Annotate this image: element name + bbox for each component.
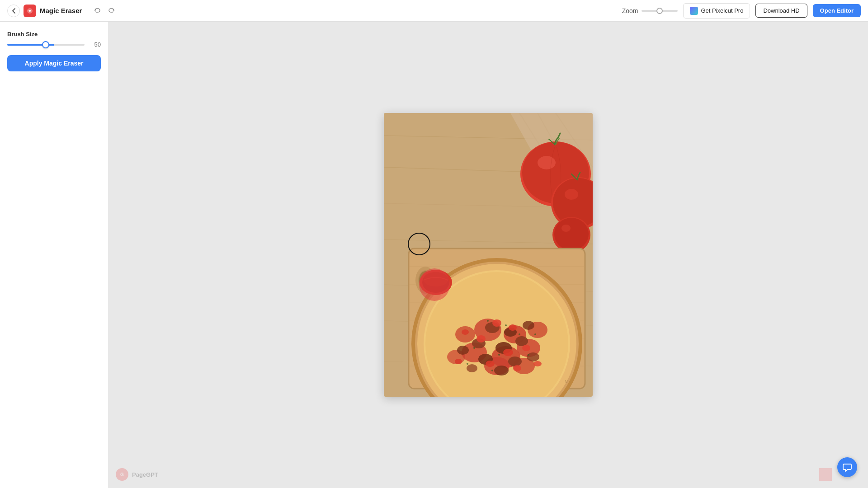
zoom-control: Zoom [622, 7, 678, 14]
svg-point-18 [565, 189, 578, 200]
svg-text:M: M [565, 379, 569, 384]
svg-point-62 [476, 335, 486, 343]
svg-point-69 [462, 329, 469, 335]
app-title: Magic Eraser [40, 7, 82, 14]
brush-size-label: Brush Size [7, 31, 101, 38]
redo-button[interactable] [105, 5, 118, 17]
topbar-right: Zoom Get Pixelcut Pro Download HD Open E… [622, 3, 861, 19]
brush-size-value: 50 [88, 41, 101, 48]
svg-point-59 [523, 321, 534, 330]
pagegpt-logo-right [819, 468, 832, 481]
svg-point-55 [457, 346, 469, 355]
apply-magic-eraser-button[interactable]: Apply Magic Eraser [7, 55, 101, 71]
svg-point-70 [487, 320, 489, 322]
pagegpt-logo: G [116, 468, 128, 481]
get-pro-label: Get Pixelcut Pro [701, 7, 743, 14]
topbar: Magic Eraser Zoom Get Pixelcut Pro [0, 0, 868, 22]
svg-point-83 [419, 268, 450, 301]
canvas-area[interactable]: M G PageGPT [108, 22, 868, 488]
svg-point-58 [467, 364, 477, 372]
pagegpt-watermark-right [819, 468, 832, 481]
brush-size-slider[interactable] [7, 44, 85, 46]
svg-point-56 [527, 352, 539, 361]
svg-point-72 [519, 333, 520, 335]
svg-point-52 [515, 336, 528, 346]
brush-size-section: Brush Size 50 [7, 31, 101, 48]
svg-point-63 [503, 349, 513, 356]
svg-point-76 [491, 370, 493, 371]
history-buttons [91, 5, 118, 17]
svg-point-64 [522, 345, 530, 351]
svg-point-67 [455, 359, 462, 364]
pagegpt-watermark-left: G PageGPT [116, 468, 158, 481]
app-logo [24, 5, 36, 17]
download-hd-button[interactable]: Download HD [755, 4, 807, 18]
pizza-scene: M [384, 113, 593, 397]
svg-point-75 [528, 354, 529, 356]
svg-point-68 [533, 361, 542, 366]
svg-point-60 [492, 319, 501, 327]
open-editor-button[interactable]: Open Editor [813, 4, 861, 17]
image-container[interactable]: M [384, 113, 593, 397]
svg-point-61 [509, 324, 517, 331]
topbar-left: Magic Eraser [7, 5, 622, 17]
apply-button-label: Apply Magic Eraser [25, 60, 84, 67]
svg-point-77 [467, 363, 468, 365]
sidebar: Brush Size 50 Apply Magic Eraser [0, 22, 108, 488]
svg-point-78 [534, 333, 536, 335]
download-label: Download HD [763, 7, 799, 14]
svg-point-71 [505, 324, 507, 326]
get-pro-button[interactable]: Get Pixelcut Pro [683, 3, 750, 19]
brush-size-row: 50 [7, 41, 101, 48]
undo-button[interactable] [91, 5, 104, 17]
svg-point-15 [538, 156, 556, 169]
svg-point-20 [554, 218, 589, 250]
svg-point-21 [561, 225, 571, 232]
pixelcut-icon [690, 7, 698, 15]
svg-point-74 [498, 354, 500, 356]
main-content: Brush Size 50 Apply Magic Eraser [0, 22, 868, 488]
svg-point-57 [494, 366, 509, 375]
pagegpt-label: PageGPT [132, 471, 158, 478]
svg-point-66 [513, 365, 521, 371]
open-editor-label: Open Editor [820, 7, 854, 14]
chat-button[interactable] [837, 457, 857, 477]
svg-point-54 [508, 357, 522, 366]
back-button[interactable] [7, 5, 20, 17]
zoom-label: Zoom [622, 7, 638, 14]
zoom-slider[interactable] [642, 10, 678, 12]
svg-point-73 [473, 347, 475, 349]
svg-point-65 [486, 361, 495, 367]
